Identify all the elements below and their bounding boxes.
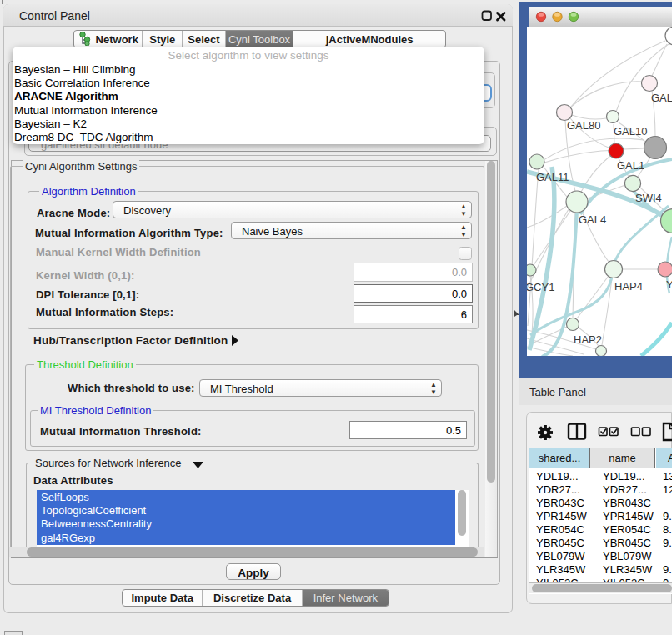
svg-text:GAL80: GAL80 xyxy=(567,119,600,132)
svg-text:Y: Y xyxy=(666,278,672,291)
svg-text:SWI4: SWI4 xyxy=(635,192,662,204)
svg-text:GAL1: GAL1 xyxy=(617,159,644,172)
svg-text:HAP2: HAP2 xyxy=(574,333,602,346)
svg-text:GAL: GAL xyxy=(651,92,672,104)
svg-text:GAL11: GAL11 xyxy=(536,171,569,183)
svg-text:GCY1: GCY1 xyxy=(527,281,554,293)
svg-text:GAL10: GAL10 xyxy=(614,125,647,138)
svg-text:HAP4: HAP4 xyxy=(614,280,643,292)
svg-text:GAL4: GAL4 xyxy=(579,213,606,226)
